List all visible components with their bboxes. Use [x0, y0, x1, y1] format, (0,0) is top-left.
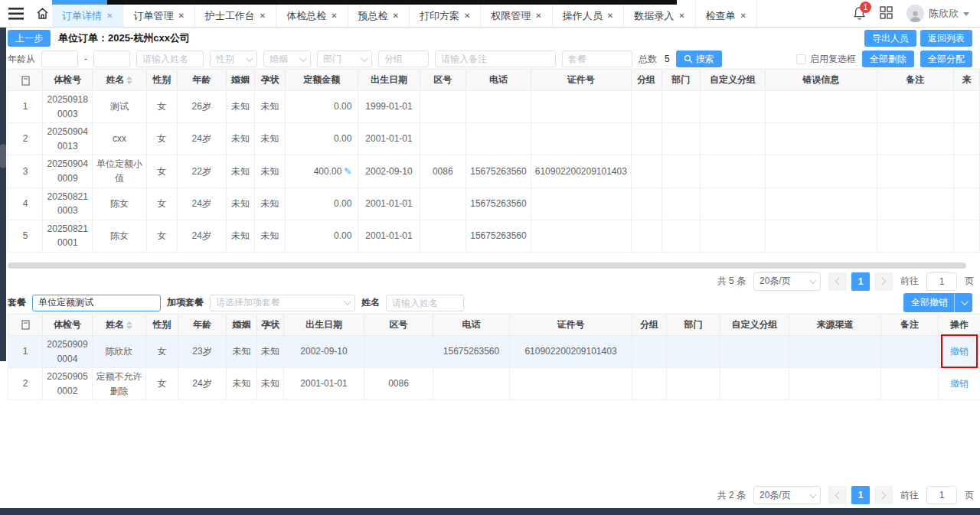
table-row[interactable]: 5202508210001陈女女24岁未知未知0.002001-01-01156…: [8, 220, 980, 252]
tab-close-icon[interactable]: ✕: [740, 12, 746, 20]
sort-icon[interactable]: [126, 77, 132, 84]
col-actions: 操作: [939, 314, 980, 335]
order-toolbar: 上一步 单位订单：2025-杭州cxx公司 导出人员 返回列表: [0, 28, 980, 49]
cell-area: [420, 220, 466, 252]
table-row[interactable]: 2202509040013cxx女24岁未知未知0.002001-01-01: [8, 123, 980, 155]
col-department: 部门: [662, 70, 700, 91]
tab-label: 订单管理: [133, 9, 173, 23]
tab-close-icon[interactable]: ✕: [178, 12, 184, 20]
grid-icon: [880, 6, 893, 19]
sidebar-scrollbar-thumb[interactable]: [0, 144, 6, 168]
cell-area: [420, 187, 466, 220]
table-header-row: 体检号 姓名 性别 年龄 婚姻 孕状 出生日期 区号 电话 证件号 分组 部门 …: [8, 314, 980, 335]
cell-age: 24岁: [177, 220, 226, 252]
goto-page-input[interactable]: [926, 272, 957, 291]
cell-exam-no: 202509040009: [43, 155, 93, 187]
revoke-link[interactable]: 撤销: [950, 346, 969, 357]
remark-filter-input[interactable]: [435, 51, 556, 67]
search-button[interactable]: 搜索: [676, 51, 722, 67]
notification-button[interactable]: 1: [853, 6, 866, 21]
group-filter-input[interactable]: [378, 51, 429, 67]
tab-close-icon[interactable]: ✕: [464, 12, 470, 20]
tab-close-icon[interactable]: ✕: [535, 12, 541, 20]
cell-group: [631, 123, 662, 155]
tab-close-icon[interactable]: ✕: [393, 12, 399, 20]
cell-custom-group: [700, 91, 765, 123]
current-page-button[interactable]: 1: [851, 272, 870, 291]
hamburger-menu-button[interactable]: [0, 0, 32, 27]
package-filter-input[interactable]: [562, 51, 632, 67]
edit-icon[interactable]: ✎: [344, 166, 351, 177]
user-menu[interactable]: 陈欣欣: [906, 5, 969, 22]
age-min-input[interactable]: [41, 51, 78, 67]
tab-close-icon[interactable]: ✕: [678, 12, 684, 20]
cell-name: 测试: [93, 91, 146, 123]
tab-label: 预总检: [358, 9, 388, 23]
table1-pagination: 共 5 条 20条/页 1 前往 页: [0, 272, 980, 292]
tab-check-sheet[interactable]: 检查单✕: [696, 0, 757, 27]
name-input[interactable]: [386, 295, 464, 311]
goto-label: 前往: [900, 489, 919, 502]
bottom-dark-bar: [0, 508, 980, 515]
cell-exam-no: 202509090004: [43, 335, 93, 367]
home-icon: [36, 7, 49, 20]
cell-dept: [662, 123, 700, 155]
table-row[interactable]: 3202509040009单位定额小值女22岁未知未知 400.00✎ 2002…: [8, 155, 980, 187]
return-list-button[interactable]: 返回列表: [920, 30, 972, 47]
assign-all-button[interactable]: 全部分配: [920, 51, 972, 67]
table-row[interactable]: 4202508210003陈女女24岁未知未知0.002001-01-01156…: [8, 187, 980, 220]
revoke-all-button[interactable]: 全部撤销: [903, 293, 972, 312]
package-input[interactable]: [32, 295, 161, 311]
tab-close-icon[interactable]: ✕: [331, 12, 337, 20]
export-people-button[interactable]: 导出人员: [864, 30, 916, 47]
select-column-header[interactable]: [8, 70, 43, 91]
enable-checkbox[interactable]: [796, 54, 806, 64]
addon-package-placeholder: 请选择加项套餐: [216, 296, 280, 309]
sort-icon[interactable]: [126, 321, 132, 329]
table-row[interactable]: 2202509050002定额不允许删除女24岁未知未知2001-01-0100…: [8, 368, 980, 400]
cell-dept: [662, 220, 700, 252]
cell-remark: [877, 187, 953, 220]
table-row[interactable]: 1202509180003测试女26岁未知未知0.001999-01-01: [8, 91, 980, 123]
name-filter-input[interactable]: [136, 51, 204, 67]
prev-step-button[interactable]: 上一步: [8, 30, 51, 47]
goto-page-input[interactable]: [926, 486, 957, 504]
table-row-selected[interactable]: 1202509090004陈欣欣女23岁未知未知2002-09-10156752…: [8, 335, 980, 367]
cell-custom-group: [700, 220, 765, 252]
revoke-all-dropdown[interactable]: [955, 297, 972, 308]
addon-package-select[interactable]: 请选择加项套餐: [210, 295, 355, 311]
page-size-select[interactable]: 20条/页: [753, 486, 821, 504]
chevron-down-icon: [961, 298, 969, 306]
cell-group: [631, 187, 662, 220]
cell-custom-group: [700, 187, 765, 220]
department-select[interactable]: 部门: [317, 51, 372, 67]
age-dash: -: [84, 54, 87, 64]
apps-grid-button[interactable]: [880, 6, 893, 21]
select-column-header[interactable]: [8, 314, 43, 335]
prev-page-button[interactable]: [828, 272, 847, 291]
col-remark: 备注: [881, 314, 939, 335]
chevron-left-icon: [835, 278, 843, 285]
page-size-select[interactable]: 20条/页: [753, 272, 821, 291]
cell-group: [631, 220, 662, 252]
collapsed-sidebar[interactable]: [0, 28, 6, 361]
prev-page-button[interactable]: [828, 486, 847, 504]
gender-select-placeholder: 性别: [216, 53, 234, 66]
cell-remark: [877, 155, 953, 187]
next-page-button[interactable]: [874, 272, 893, 291]
gender-select[interactable]: 性别: [210, 51, 257, 67]
tab-close-icon[interactable]: ✕: [106, 12, 113, 20]
age-max-input[interactable]: [93, 51, 130, 67]
cell-error: [766, 91, 877, 123]
cell-exam-no: 202509180003: [43, 91, 93, 123]
cell-dept: [662, 91, 700, 123]
revoke-link[interactable]: 撤销: [950, 378, 969, 389]
delete-all-button[interactable]: 全部删除: [862, 51, 914, 67]
next-page-button[interactable]: [874, 486, 893, 504]
home-button[interactable]: [32, 0, 52, 27]
horizontal-scrollbar[interactable]: [8, 262, 966, 269]
tab-close-icon[interactable]: ✕: [607, 12, 613, 20]
marriage-select[interactable]: 婚姻: [263, 51, 311, 67]
current-page-button[interactable]: 1: [851, 486, 870, 504]
tab-close-icon[interactable]: ✕: [260, 12, 266, 20]
